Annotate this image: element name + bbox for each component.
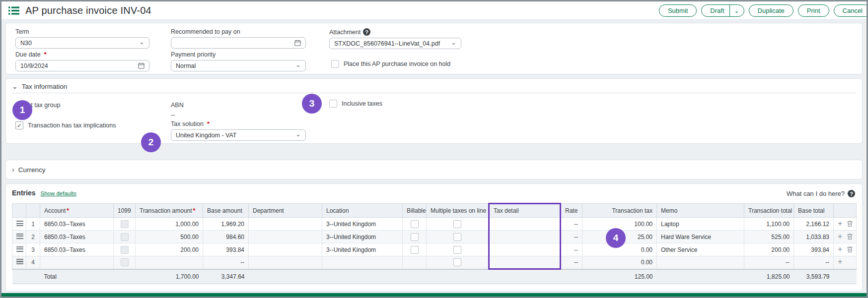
1099-checkbox: [121, 258, 129, 266]
account-cell[interactable]: [40, 256, 114, 269]
memo-cell[interactable]: Laptop: [657, 218, 744, 231]
location-cell[interactable]: 3--United Kingdom: [322, 243, 403, 256]
memo-cell[interactable]: [657, 256, 744, 269]
submit-button[interactable]: Submit: [659, 4, 697, 17]
callout-badge-3: 3: [302, 94, 322, 114]
transaction-amount-cell[interactable]: [136, 256, 203, 269]
transaction-amount-cell[interactable]: 500.00: [136, 231, 203, 243]
col-tax-detail: Tax detail: [489, 204, 561, 218]
help-icon[interactable]: ?: [363, 28, 370, 36]
location-cell[interactable]: 3--United Kingdom: [322, 231, 403, 243]
multiple-taxes-cell: [427, 218, 489, 231]
billable-cell: [403, 218, 427, 231]
transaction-amount-cell[interactable]: 1,000.00: [136, 218, 203, 231]
currency-section-toggle[interactable]: › Currency: [12, 166, 45, 174]
calendar-icon[interactable]: [294, 40, 301, 46]
department-cell[interactable]: [249, 243, 322, 256]
attachment-select[interactable]: STXDOC_856076941--LineVat_04.pdf ⌄: [329, 38, 461, 49]
total-base-amount: 3,347.64: [203, 269, 249, 284]
draft-dropdown-chevron-icon[interactable]: ⌄: [729, 5, 744, 16]
entries-title: Entries: [12, 189, 35, 197]
drag-handle-icon[interactable]: [16, 234, 23, 239]
recommended-to-pay-on-label: Recommended to pay on: [171, 28, 306, 35]
col-transaction-total: Transaction total: [744, 204, 794, 218]
tax-information-section-toggle[interactable]: ⌄ Tax information: [12, 82, 67, 90]
transaction-total-cell: 200.00: [744, 243, 794, 256]
print-button[interactable]: Print: [798, 4, 829, 17]
total-base-total: 3,593.79: [794, 269, 834, 284]
multiple-taxes-cell: [427, 231, 489, 243]
add-row-icon[interactable]: +: [838, 234, 842, 239]
billable-checkbox[interactable]: [411, 220, 419, 228]
tax-solution-select[interactable]: United Kingdom - VAT ⌄: [171, 129, 306, 141]
location-cell[interactable]: 3--United Kingdom: [322, 218, 403, 231]
help-icon[interactable]: ?: [848, 190, 855, 197]
chevron-down-icon: ⌄: [451, 39, 456, 46]
billable-checkbox[interactable]: [411, 233, 419, 241]
memo-cell[interactable]: Other Service: [657, 243, 744, 256]
account-cell[interactable]: 6850.03--Taxes: [40, 231, 114, 243]
multiple-taxes-checkbox[interactable]: [453, 258, 461, 266]
1099-cell: [114, 231, 136, 243]
tax-implications-checkbox[interactable]: ✓: [15, 121, 23, 129]
drag-cell[interactable]: [12, 243, 26, 256]
base-total-cell: 393.84: [794, 243, 834, 256]
transaction-tax-cell[interactable]: 0.00: [582, 256, 657, 269]
billable-checkbox[interactable]: [411, 246, 419, 254]
drag-handle-icon[interactable]: [16, 259, 23, 264]
multiple-taxes-checkbox[interactable]: [453, 220, 461, 228]
hold-checkbox[interactable]: [331, 60, 339, 68]
transaction-total-cell: 1,100.00: [744, 218, 794, 231]
tax-information-section-title: Tax information: [22, 83, 68, 90]
term-select[interactable]: N30 ⌄: [15, 37, 149, 49]
location-cell[interactable]: [322, 256, 403, 269]
multiple-taxes-checkbox[interactable]: [453, 233, 461, 241]
due-date-input[interactable]: 10/9/2024: [15, 60, 149, 71]
tax-detail-cell[interactable]: [489, 243, 561, 256]
drag-cell[interactable]: [12, 218, 26, 231]
duplicate-button[interactable]: Duplicate: [749, 4, 794, 17]
col-memo: Memo: [657, 204, 744, 218]
department-cell[interactable]: [249, 218, 322, 231]
memo-cell[interactable]: Hard Ware Service: [657, 231, 744, 243]
total-drag-spacer: [12, 269, 26, 284]
account-cell[interactable]: 6850.03--Taxes: [40, 243, 114, 256]
department-cell[interactable]: [249, 256, 322, 269]
tax-detail-cell[interactable]: [489, 256, 561, 269]
row-number: 1: [26, 218, 40, 231]
delete-row-icon[interactable]: [847, 246, 853, 253]
drag-cell[interactable]: [12, 231, 26, 243]
drag-cell[interactable]: [12, 256, 26, 269]
chevron-down-icon: ⌄: [295, 130, 301, 138]
col-multiple-taxes: Multiple taxes on line: [427, 204, 489, 218]
rate-cell: --: [561, 231, 582, 243]
delete-row-icon[interactable]: [847, 233, 853, 240]
drag-handle-icon[interactable]: [16, 246, 23, 252]
section-divider: [12, 93, 856, 93]
menu-icon[interactable]: [8, 6, 19, 15]
multiple-taxes-checkbox[interactable]: [453, 246, 461, 254]
tax-detail-cell[interactable]: [489, 218, 561, 231]
draft-button[interactable]: Draft⌄: [701, 4, 744, 17]
show-defaults-link[interactable]: Show defaults: [40, 190, 76, 196]
col-location: Location: [322, 204, 403, 218]
cancel-button[interactable]: Cancel: [834, 4, 868, 17]
recommended-to-pay-on-input[interactable]: [171, 37, 306, 49]
entries-card: Entries Show defaults What can I do here…: [5, 183, 863, 292]
add-row-icon[interactable]: +: [838, 259, 842, 265]
add-row-icon[interactable]: +: [838, 246, 842, 252]
help-link[interactable]: What can I do here?: [787, 190, 845, 197]
calendar-icon[interactable]: [138, 62, 145, 69]
drag-handle-icon[interactable]: [16, 221, 23, 226]
delete-row-icon[interactable]: [847, 220, 853, 227]
department-cell[interactable]: [249, 231, 322, 243]
payment-priority-select[interactable]: Normal ⌄: [171, 60, 306, 71]
add-row-icon[interactable]: +: [838, 221, 842, 227]
col-base-total: Base total: [794, 204, 834, 218]
inclusive-taxes-checkbox[interactable]: [329, 100, 337, 108]
tax-detail-cell[interactable]: [489, 231, 561, 243]
footer-accent-bar: [1, 293, 867, 297]
account-cell[interactable]: 6850.03--Taxes: [40, 218, 114, 231]
transaction-amount-cell[interactable]: 200.00: [136, 243, 203, 256]
row-number: 2: [26, 231, 40, 243]
